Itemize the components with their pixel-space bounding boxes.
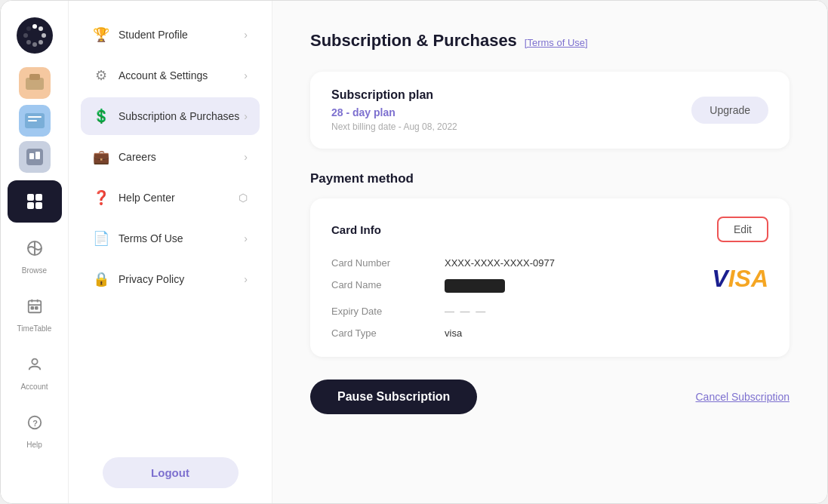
terms-icon: 📄 xyxy=(93,230,109,247)
svg-point-28 xyxy=(32,359,37,364)
nav-label-browse: Browse xyxy=(22,266,47,275)
app-logo xyxy=(15,16,54,55)
app-icon-1[interactable] xyxy=(19,67,51,99)
chevron-right-icon-2: › xyxy=(244,69,248,81)
menu-label-help-center: Help Center xyxy=(119,192,175,204)
visa-brand-text: VISA xyxy=(712,265,768,292)
menu-label-subscription: Subscription & Purchases xyxy=(119,110,239,122)
nav-item-browse[interactable]: Browse xyxy=(8,227,62,281)
card-type-label: Card Type xyxy=(331,327,437,339)
svg-text:?: ? xyxy=(32,419,38,428)
nav-item-account[interactable]: Account xyxy=(8,343,62,397)
edit-button[interactable]: Edit xyxy=(717,217,768,242)
svg-rect-26 xyxy=(31,307,33,309)
svg-point-5 xyxy=(26,40,31,45)
icon-sidebar: Browse TimeTable xyxy=(1,1,69,503)
payment-card: Card Info Edit Card Number XXXX-XXXX-XXX… xyxy=(310,198,790,357)
menu-item-account-settings[interactable]: ⚙ Account & Settings › xyxy=(81,57,260,94)
help-center-icon: ❓ xyxy=(93,189,109,206)
menu-sidebar: 🏆 Student Profile › ⚙ Account & Settings… xyxy=(69,1,272,503)
svg-point-6 xyxy=(23,33,28,38)
menu-item-subscription[interactable]: 💲 Subscription & Purchases › xyxy=(81,97,260,135)
nav-label-timetable: TimeTable xyxy=(17,324,52,333)
chevron-right-icon-6: › xyxy=(244,273,248,285)
page-title: Subscription & Purchases xyxy=(310,31,517,51)
card-name-redacted xyxy=(445,279,505,293)
pause-subscription-button[interactable]: Pause Subscription xyxy=(310,380,477,414)
app-window: Browse TimeTable xyxy=(0,0,828,504)
svg-point-1 xyxy=(38,26,43,31)
nav-item-apps[interactable] xyxy=(8,180,62,223)
svg-rect-11 xyxy=(28,116,42,118)
nav-label-account: Account xyxy=(20,383,48,391)
dollar-icon: 💲 xyxy=(93,108,109,124)
card-info-title: Card Info xyxy=(331,223,381,236)
bottom-actions: Pause Subscription Cancel Subscription xyxy=(310,380,790,414)
menu-item-terms[interactable]: 📄 Terms Of Use › xyxy=(81,220,260,257)
svg-point-7 xyxy=(26,26,31,31)
menu-item-careers[interactable]: 💼 Careers › xyxy=(81,138,260,176)
gear-icon: ⚙ xyxy=(93,67,109,84)
menu-item-student-profile[interactable]: 🏆 Student Profile › xyxy=(81,16,260,54)
svg-rect-27 xyxy=(35,307,37,309)
upgrade-button[interactable]: Upgrade xyxy=(691,97,768,124)
nav-item-help[interactable]: ? Help xyxy=(8,401,62,455)
briefcase-icon: 💼 xyxy=(93,149,109,165)
menu-item-privacy[interactable]: 🔒 Privacy Policy › xyxy=(81,260,260,298)
plan-billing-date: Next billing date - Aug 08, 2022 xyxy=(331,121,457,132)
expiry-date-value: — — — xyxy=(445,306,768,317)
menu-label-account-settings: Account & Settings xyxy=(119,69,208,81)
app-icon-2[interactable] xyxy=(19,105,51,137)
chevron-right-icon-5: › xyxy=(244,232,248,244)
browse-icon xyxy=(20,233,50,263)
nav-item-timetable[interactable]: TimeTable xyxy=(8,285,62,339)
svg-point-3 xyxy=(38,40,43,45)
visa-logo: VISA xyxy=(712,265,768,293)
external-link-icon: ⬡ xyxy=(239,192,248,204)
svg-rect-15 xyxy=(35,152,40,159)
grid-icon xyxy=(20,186,50,217)
svg-point-0 xyxy=(32,24,37,29)
menu-label-terms: Terms Of Use xyxy=(119,232,183,244)
payment-section-title: Payment method xyxy=(310,171,790,186)
menu-item-help-center[interactable]: ❓ Help Center ⬡ xyxy=(81,179,260,217)
subscription-plan-card: Subscription plan 28 - day plan Next bil… xyxy=(310,72,790,149)
plan-card-title: Subscription plan xyxy=(331,88,457,102)
svg-rect-18 xyxy=(27,202,34,209)
svg-rect-19 xyxy=(35,202,42,209)
page-header: Subscription & Purchases [Terms of Use] xyxy=(310,31,790,51)
timetable-icon xyxy=(20,291,50,321)
expiry-date-label: Expiry Date xyxy=(331,306,437,317)
svg-rect-14 xyxy=(29,153,34,159)
cancel-subscription-link[interactable]: Cancel Subscription xyxy=(695,391,790,403)
card-header: Card Info Edit xyxy=(331,217,768,242)
app-icon-3[interactable] xyxy=(19,141,51,173)
menu-label-privacy: Privacy Policy xyxy=(119,273,184,285)
main-content: Subscription & Purchases [Terms of Use] … xyxy=(272,1,827,503)
chevron-right-icon: › xyxy=(244,29,248,41)
privacy-icon: 🔒 xyxy=(93,271,109,287)
svg-rect-9 xyxy=(29,74,40,80)
help-nav-icon: ? xyxy=(20,407,50,438)
logout-button[interactable]: Logout xyxy=(103,457,239,488)
menu-label-careers: Careers xyxy=(119,151,156,163)
card-details: Card Number XXXX-XXXX-XXXX-0977 Card Nam… xyxy=(331,257,768,339)
svg-rect-13 xyxy=(26,149,43,165)
chevron-right-icon-4: › xyxy=(244,151,248,163)
plan-name: 28 - day plan xyxy=(331,106,457,118)
svg-rect-22 xyxy=(28,301,41,313)
svg-point-4 xyxy=(32,42,37,47)
card-name-label: Card Name xyxy=(331,279,437,295)
menu-label-student-profile: Student Profile xyxy=(119,29,188,41)
nav-label-help: Help xyxy=(26,441,42,449)
chevron-right-icon-3: › xyxy=(244,110,248,122)
svg-point-2 xyxy=(42,33,46,38)
svg-rect-16 xyxy=(27,194,34,201)
plan-info: Subscription plan 28 - day plan Next bil… xyxy=(331,88,457,132)
account-icon xyxy=(20,349,50,380)
card-number-label: Card Number xyxy=(331,257,437,269)
card-type-value: visa xyxy=(445,327,768,339)
svg-rect-12 xyxy=(28,120,37,121)
terms-of-use-link[interactable]: [Terms of Use] xyxy=(525,37,588,48)
svg-rect-17 xyxy=(35,194,42,201)
